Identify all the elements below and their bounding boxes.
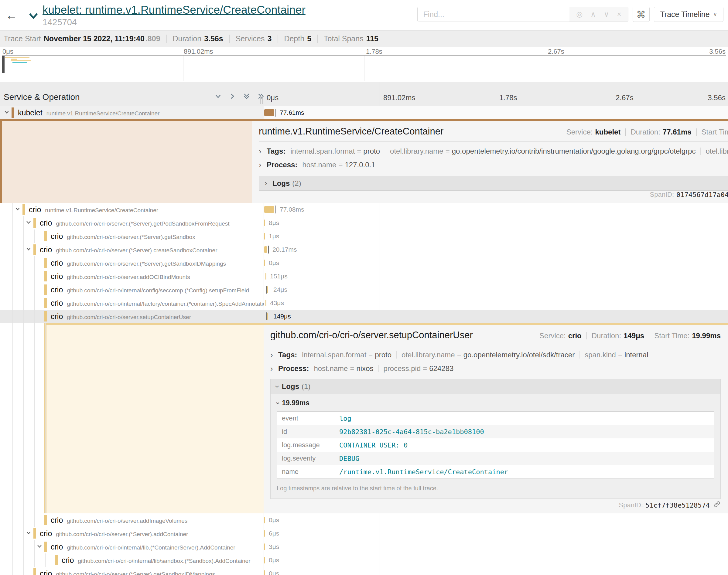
span-row[interactable]: crio github.com/cri-o/cri-o/server.(*Ser… xyxy=(0,230,728,243)
tags-row[interactable]: › Tags: internal.span.format=protootel.l… xyxy=(270,350,721,360)
chevron-down-icon[interactable] xyxy=(14,206,21,213)
span-row[interactable]: crio runtime.v1.RuntimeService/CreateCon… xyxy=(0,203,728,216)
next-result-icon[interactable]: ∨ xyxy=(604,10,609,19)
find-input[interactable] xyxy=(418,7,569,22)
process-row[interactable]: › Process: host.name=nixosprocess.pid=62… xyxy=(270,364,721,373)
span-duration-bar[interactable] xyxy=(264,570,265,575)
span-timeline-cell[interactable]: 43μs xyxy=(264,296,728,310)
span-duration-bar[interactable] xyxy=(265,300,266,306)
span-duration-bar[interactable] xyxy=(264,109,274,116)
span-row[interactable]: crio github.com/cri-o/cri-o/server.(*Ser… xyxy=(0,567,728,575)
locate-icon[interactable]: ◎ xyxy=(576,10,583,19)
span-duration-bar[interactable] xyxy=(264,246,267,253)
span-row[interactable]: crio github.com/cri-o/cri-o/server.addOC… xyxy=(0,270,728,283)
logs-expanded-box: › Logs (1) › 19.99ms eventlogid92b82381-… xyxy=(270,379,721,499)
span-row[interactable]: crio github.com/cri-o/cri-o/server.(*Ser… xyxy=(0,216,728,230)
span-duration-bar[interactable] xyxy=(267,313,268,320)
view-selector-button[interactable]: Trace Timeline ∨ xyxy=(654,7,723,22)
chevron-down-icon[interactable] xyxy=(26,246,32,253)
span-name-cell[interactable]: crio github.com/cri-o/cri-o/server.addIm… xyxy=(0,513,264,527)
span-name-cell[interactable]: crio github.com/cri-o/cri-o/internal/lib… xyxy=(0,553,264,567)
chevron-down-icon[interactable] xyxy=(26,219,32,227)
span-duration-label: 43μs xyxy=(270,299,284,307)
span-timeline-cell[interactable]: 0μs xyxy=(264,553,728,567)
collapse-one-icon[interactable] xyxy=(214,92,222,101)
minimap-drag-handle[interactable] xyxy=(2,56,5,73)
span-name-cell[interactable]: crio github.com/cri-o/cri-o/internal/con… xyxy=(0,283,264,296)
timeline-minimap[interactable]: 0μs891.02ms1.78s2.67s3.56s xyxy=(0,47,728,82)
span-timeline-cell[interactable]: 0μs xyxy=(264,567,728,575)
span-duration-bar[interactable] xyxy=(267,286,268,293)
keyboard-shortcuts-button[interactable]: ⌘ xyxy=(633,7,650,22)
span-row[interactable]: crio github.com/cri-o/cri-o/internal/fac… xyxy=(0,296,728,310)
span-row[interactable]: crio github.com/cri-o/cri-o/internal/con… xyxy=(0,283,728,296)
span-name-cell[interactable]: crio github.com/cri-o/cri-o/server.(*Ser… xyxy=(0,256,264,270)
span-timeline-cell[interactable]: 20.17ms xyxy=(264,243,728,256)
tags-row[interactable]: › Tags: internal.span.format=protootel.l… xyxy=(259,146,728,156)
span-duration-bar[interactable] xyxy=(264,557,265,564)
logs-header-bar[interactable]: › Logs (1) xyxy=(271,379,720,394)
operation-name: github.com/cri-o/cri-o/internal/config/s… xyxy=(67,287,249,294)
span-timeline-cell[interactable]: 0μs xyxy=(264,513,728,527)
span-name-cell[interactable]: crio github.com/cri-o/cri-o/server.setup… xyxy=(0,310,264,323)
link-icon[interactable] xyxy=(714,501,721,510)
span-timeline-cell[interactable]: 24μs xyxy=(264,283,728,296)
chevron-down-icon[interactable] xyxy=(4,109,10,116)
span-row[interactable]: crio github.com/cri-o/cri-o/server.(*Ser… xyxy=(0,527,728,540)
span-name-cell[interactable]: crio runtime.v1.RuntimeService/CreateCon… xyxy=(0,203,264,216)
tag-key: host.name xyxy=(302,161,336,169)
span-duration-bar[interactable] xyxy=(264,517,265,523)
back-button[interactable]: ← xyxy=(0,0,23,30)
span-duration-bar[interactable] xyxy=(265,273,266,280)
span-timeline-cell[interactable]: 3μs xyxy=(264,540,728,553)
clear-icon[interactable]: × xyxy=(617,10,621,19)
service-name: crio xyxy=(51,259,63,267)
span-name-cell[interactable]: crio github.com/cri-o/cri-o/server.addOC… xyxy=(0,270,264,283)
log-entry-toggle[interactable]: › 19.99ms xyxy=(277,399,714,407)
collapse-trace-chevron-icon[interactable] xyxy=(29,12,38,21)
trace-title-link[interactable]: kubelet: runtime.v1.RuntimeService/Creat… xyxy=(42,4,305,17)
span-name-cell[interactable]: kubelet runtime.v1.RuntimeService/Create… xyxy=(0,106,264,119)
column-resizer[interactable] xyxy=(260,96,263,104)
span-detail-row-crio: github.com/cri-o/cri-o/server.setupConta… xyxy=(0,323,728,513)
span-row[interactable]: crio github.com/cri-o/cri-o/server.(*Ser… xyxy=(0,256,728,270)
span-duration-bar[interactable] xyxy=(264,260,265,266)
span-name-cell[interactable]: crio github.com/cri-o/cri-o/server.(*Ser… xyxy=(0,230,264,243)
chevron-down-icon[interactable] xyxy=(26,530,32,537)
span-row[interactable]: crio github.com/cri-o/cri-o/server.setup… xyxy=(0,310,728,323)
span-duration-bar[interactable] xyxy=(264,543,265,550)
process-row[interactable]: › Process: host.name=127.0.0.1 xyxy=(259,160,728,170)
span-row[interactable]: crio github.com/cri-o/cri-o/internal/lib… xyxy=(0,540,728,553)
span-timeline-cell[interactable]: 8μs xyxy=(264,216,728,230)
logs-collapsed-bar[interactable]: › Logs (2) xyxy=(259,176,728,191)
start-time-label: Start Time: xyxy=(702,128,728,136)
expand-one-icon[interactable] xyxy=(228,92,236,101)
span-name-cell[interactable]: crio github.com/cri-o/cri-o/server.(*Ser… xyxy=(0,567,264,575)
span-name-cell[interactable]: crio github.com/cri-o/cri-o/server.(*Ser… xyxy=(0,216,264,230)
span-duration-bar[interactable] xyxy=(264,206,274,213)
collapse-all-icon[interactable] xyxy=(243,92,251,101)
logs-note: Log timestamps are relative to the start… xyxy=(277,485,714,492)
span-timeline-cell[interactable]: 1μs xyxy=(264,230,728,243)
indent-guide xyxy=(23,553,24,567)
span-row[interactable]: crio github.com/cri-o/cri-o/server.addIm… xyxy=(0,513,728,527)
span-row[interactable]: crio github.com/cri-o/cri-o/server.(*Ser… xyxy=(0,243,728,256)
span-name-cell[interactable]: crio github.com/cri-o/cri-o/internal/lib… xyxy=(0,540,264,553)
span-duration-bar[interactable] xyxy=(264,219,265,226)
span-row[interactable]: crio github.com/cri-o/cri-o/internal/lib… xyxy=(0,553,728,567)
span-duration-bar[interactable] xyxy=(264,233,265,240)
prev-result-icon[interactable]: ∧ xyxy=(590,10,596,19)
span-timeline-cell[interactable]: 0μs xyxy=(264,256,728,270)
span-timeline-cell[interactable]: 77.61ms xyxy=(264,106,728,119)
span-timeline-cell[interactable]: 77.08ms xyxy=(264,203,728,216)
span-name-cell[interactable]: crio github.com/cri-o/cri-o/server.(*Ser… xyxy=(0,243,264,256)
minimap-canvas[interactable] xyxy=(2,55,726,81)
span-name-cell[interactable]: crio github.com/cri-o/cri-o/internal/fac… xyxy=(0,296,264,310)
span-timeline-cell[interactable]: 151μs xyxy=(264,270,728,283)
span-row[interactable]: kubelet runtime.v1.RuntimeService/Create… xyxy=(0,106,728,119)
span-timeline-cell[interactable]: 149μs xyxy=(264,310,728,323)
span-name-cell[interactable]: crio github.com/cri-o/cri-o/server.(*Ser… xyxy=(0,527,264,540)
span-duration-bar[interactable] xyxy=(264,530,265,537)
span-timeline-cell[interactable]: 6μs xyxy=(264,527,728,540)
chevron-down-icon[interactable] xyxy=(36,543,42,550)
